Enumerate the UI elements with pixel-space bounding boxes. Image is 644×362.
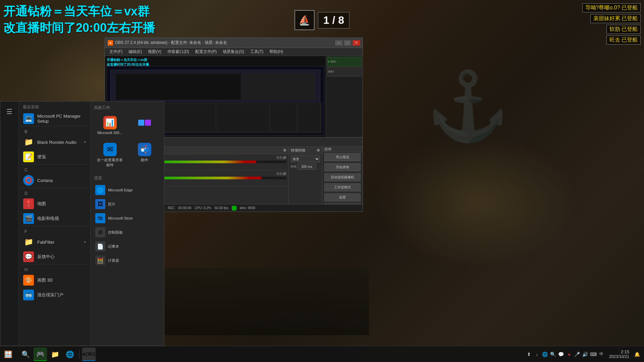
taskbar-chat-icon[interactable]: 💬 (557, 351, 565, 358)
app-icon-fabfilter: 📁 (23, 237, 34, 247)
taskbar-mic-icon[interactable]: 🎤 (574, 351, 581, 358)
app-icon-cortana: ⭕ (23, 175, 34, 186)
frecent-store[interactable]: 🛍 Microsoft Store (94, 211, 161, 225)
taskbar-separator (79, 349, 79, 359)
obs-menu-help[interactable]: 帮助(H) (267, 48, 286, 55)
frecent-label-store: Microsoft Store (108, 216, 133, 220)
app-item-sticky-notes[interactable]: 📝 便笺 (20, 149, 89, 164)
app-item-black-rooster[interactable]: 📁 Black Rooster Audio ▾ (20, 135, 89, 149)
app-item-paint3d[interactable]: 🎨 画图 3D (20, 273, 89, 288)
obs-title-text: OBS 27.2.4 (64-bit, windows) - 配置文件: 未命名… (115, 40, 227, 46)
obs-close-button[interactable]: ✕ (353, 40, 360, 46)
pinned-label-mail-all: 在一处查看所有邮件 (95, 158, 125, 168)
taskbar-upload-icon[interactable]: ⬆ (525, 351, 533, 358)
app-name-paint3d: 画图 3D (37, 277, 53, 283)
pinned-mail-all[interactable]: ✉ 在一处查看所有邮件 (94, 140, 126, 170)
black-rooster-expand-icon[interactable]: ▾ (84, 140, 86, 144)
pinned-icon-mail-all: ✉ (103, 143, 117, 156)
overlay-text-block: 开通钻粉＝当天车位＝vx群 改直播时间了20:00左右开播 (3, 3, 155, 36)
chat-item-1: 裴甜妹好累 已登船 (590, 14, 641, 23)
frecent-label-control-panel: 控制面板 (108, 230, 123, 235)
studio-mode-button[interactable]: 工作室模式 (324, 183, 361, 191)
frecent-notepad[interactable]: 📄 记事本 (94, 239, 161, 253)
app-name-fabfilter: FabFilter (37, 240, 54, 245)
obs-minimize-button[interactable]: ─ (335, 40, 342, 46)
controls-title: 控件 (324, 147, 332, 152)
transition-type-select[interactable]: 渐变 (291, 156, 320, 162)
taskbar-red-icon[interactable]: ● (566, 351, 573, 358)
obs-maximize-button[interactable]: □ (344, 40, 351, 46)
mixer-header: 混音器 ⚙ (145, 147, 288, 154)
frecent-label-calculator: 计算器 (108, 258, 119, 263)
app-icon-paint3d: 🎨 (23, 275, 34, 286)
pinned-m365[interactable]: 📊 Microsoft 365... (94, 113, 126, 137)
status-rec-time: 00:00:00 (178, 206, 191, 210)
app-item-movies[interactable]: 🎬 电影和电视 (20, 211, 89, 226)
obs-menu-edit[interactable]: 编辑(E) (126, 48, 145, 55)
taskbar-search2-icon[interactable]: 🔍 (549, 351, 557, 358)
taskbar-volume-icon[interactable]: 🔊 (582, 351, 589, 358)
obs-menu-scenecollection[interactable]: 场景集合(S) (220, 48, 247, 55)
mixer-bar-fill-1 (147, 177, 261, 179)
mixer-gear-icon[interactable]: ⚙ (283, 148, 286, 153)
virtual-camera-button[interactable]: 启动虚拟摄像机 (324, 173, 361, 181)
taskbar-obs-icon[interactable]: ●OBS (82, 348, 96, 361)
stop-streaming-button[interactable]: 停止推流 (324, 153, 361, 161)
start-app-list: 💻 Microsoft PC Manager Setup B 📁 Black R… (19, 111, 90, 346)
taskbar-clock[interactable]: 2:15 2023/10/21 (606, 349, 632, 359)
transitions-header: 转场特效 ⚙ (289, 147, 322, 154)
obs-menu-tools[interactable]: 工具(T) (248, 48, 266, 55)
scene-thumb-2[interactable]: 场景2 (327, 67, 362, 76)
status-cpu: CPU: 0.2% (195, 206, 211, 210)
app-item-feedback[interactable]: 💬 反馈中心 (20, 249, 89, 264)
chat-overlay: 导呦?尊嘟o.0? 已登船 裴甜妹好累 已登船 软肋 已登船 旺去 已登船 (582, 3, 641, 45)
obs-scene-thumbnails: ▶ 场景1 场景2 (326, 56, 363, 137)
taskbar-lang-icon[interactable]: 中 (598, 351, 605, 358)
scene-thumb-1[interactable]: ▶ 场景1 (327, 57, 362, 66)
frecent-control-panel[interactable]: ⚙ 控制面板 (94, 225, 161, 239)
fabfilter-expand-icon[interactable]: ▾ (84, 240, 86, 244)
app-item-mixed-reality[interactable]: 🥽 混合现实门户 (20, 288, 89, 302)
obs-menu-file[interactable]: 文件(F) (107, 48, 125, 55)
chat-item-3: 旺去 已登船 (606, 36, 641, 45)
overlay-line1: 开通钻粉＝当天车位＝vx群 (3, 3, 155, 20)
duration-input[interactable] (298, 164, 316, 170)
taskbar-download-icon[interactable]: ↓ (533, 351, 541, 358)
app-name-maps: 地图 (37, 201, 46, 207)
pinned-mail[interactable]: 📬 邮件 (129, 140, 161, 170)
panel-mixer: 混音器 ⚙ 麦克风/Aux 0.0 dB 🔊 (145, 147, 289, 204)
status-rec-label: REC (168, 206, 175, 210)
app-item-pc-manager[interactable]: 💻 Microsoft PC Manager Setup (20, 111, 89, 126)
taskbar-explorer-icon[interactable]: 📁 (48, 348, 62, 361)
taskbar-xbox-icon[interactable]: 🎮 (34, 348, 47, 361)
frecent-label-photos: 照片 (108, 202, 115, 207)
taskbar-edge-icon[interactable]: 🌐 (63, 348, 76, 361)
frecent-photos[interactable]: 🖼 照片 (94, 197, 161, 211)
obs-menu-profile[interactable]: 配置文件(P) (193, 48, 219, 55)
status-kb: kb/s: 9690 (240, 206, 255, 210)
alpha-B: B (20, 126, 89, 135)
transitions-gear-icon[interactable]: ⚙ (317, 148, 320, 153)
start-recording-button[interactable]: 开始录制 (324, 163, 361, 171)
app-item-fabfilter[interactable]: 📁 FabFilter ▾ (20, 235, 89, 249)
obs-menu-dock[interactable]: 停靠窗口(D) (165, 48, 192, 55)
preview-overlay: 开通钻粉＝当天车位＝vx群 改直播时间了20:00左右开播 (107, 58, 149, 67)
taskbar-search-icon[interactable]: 🔍 (19, 348, 32, 361)
frecent-edge[interactable]: 🌐 Microsoft Edge (94, 183, 161, 197)
preview-line1: 开通钻粉＝当天车位＝vx群 (107, 58, 149, 62)
app-name-sticky-notes: 便笺 (37, 154, 46, 160)
chat-item-0: 导呦?尊嘟o.0? 已登船 (582, 3, 641, 12)
start-button[interactable]: 🪟 (0, 346, 16, 362)
app-item-cortana[interactable]: ⭕ Cortana (20, 173, 89, 188)
taskbar-network-icon[interactable]: 🌐 (541, 351, 549, 358)
taskbar-notification-icon[interactable]: 🔔 (633, 351, 641, 358)
start-hamburger-icon[interactable]: ☰ (3, 105, 16, 118)
pinned-tile2[interactable] (129, 113, 161, 137)
overlay-line2: 改直播时间了20:00左右开播 (3, 20, 155, 36)
taskbar-keyboard-icon[interactable]: ⌨ (590, 351, 597, 358)
frecent-calculator[interactable]: 🧮 计算器 (94, 253, 161, 267)
app-item-maps[interactable]: 📍 地图 (20, 196, 89, 211)
obs-menu-view[interactable]: 视图(V) (145, 48, 164, 55)
mixer-channel-1: 桌面音量 0.0 dB 🔊 ⚙ (145, 170, 288, 186)
settings-button[interactable]: 设置 (324, 193, 361, 201)
